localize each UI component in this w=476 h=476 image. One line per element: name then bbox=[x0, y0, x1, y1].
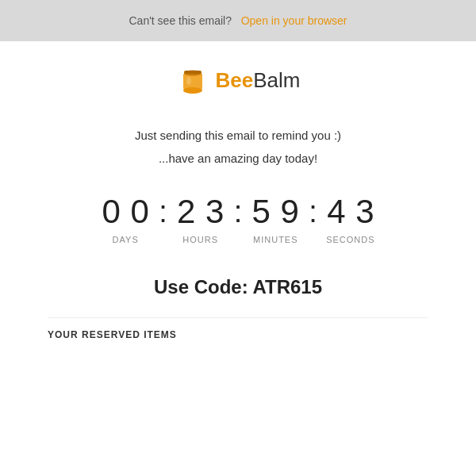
countdown-hours: 2 3 HOURS bbox=[175, 195, 226, 244]
hours-label: HOURS bbox=[182, 235, 218, 244]
minutes-digits: 5 9 bbox=[250, 195, 301, 228]
main-content: BeeBalm Just sending this email to remin… bbox=[0, 41, 476, 340]
svg-point-2 bbox=[183, 87, 202, 94]
colon-2: : bbox=[226, 197, 251, 227]
days-digits: 0 0 bbox=[100, 195, 151, 228]
days-label: DAYS bbox=[113, 235, 139, 244]
honey-jar-icon bbox=[176, 63, 209, 97]
message-section: Just sending this email to remind you :)… bbox=[48, 113, 428, 173]
reserved-section: YOUR RESERVED ITEMS bbox=[48, 317, 428, 340]
countdown-days: 0 0 DAYS bbox=[100, 195, 151, 244]
days-digit2: 0 bbox=[129, 195, 151, 228]
logo-text: BeeBalm bbox=[216, 68, 301, 93]
reserved-title: YOUR RESERVED ITEMS bbox=[48, 329, 428, 340]
days-digit1: 0 bbox=[100, 195, 122, 228]
open-in-browser-link[interactable]: Open in your browser bbox=[241, 14, 347, 27]
top-bar: Can't see this email? Open in your brows… bbox=[0, 0, 476, 41]
cant-see-text: Can't see this email? bbox=[129, 14, 232, 27]
colon-3: : bbox=[301, 197, 325, 227]
hours-digit1: 2 bbox=[175, 195, 198, 228]
countdown-seconds: 4 3 SECONDS bbox=[325, 195, 376, 244]
minutes-digit1: 5 bbox=[250, 195, 272, 228]
promo-code: Use Code: ATR615 bbox=[48, 276, 428, 298]
logo-bee: Bee bbox=[216, 68, 254, 92]
logo-section: BeeBalm bbox=[48, 41, 428, 113]
countdown-section: 0 0 DAYS : 2 3 HOURS : 5 9 MINUTES : bbox=[48, 173, 428, 260]
promo-section: Use Code: ATR615 bbox=[48, 260, 428, 317]
svg-rect-4 bbox=[184, 71, 202, 74]
message-line2: ...have an amazing day today! bbox=[48, 152, 428, 165]
seconds-label: SECONDS bbox=[326, 235, 374, 244]
seconds-digit2: 3 bbox=[354, 195, 376, 228]
seconds-digits: 4 3 bbox=[325, 195, 376, 228]
svg-point-5 bbox=[186, 77, 191, 85]
message-line1: Just sending this email to remind you :) bbox=[48, 129, 428, 142]
hours-digit2: 3 bbox=[204, 195, 226, 228]
seconds-digit1: 4 bbox=[325, 195, 347, 228]
minutes-label: MINUTES bbox=[253, 235, 298, 244]
logo-balm: Balm bbox=[253, 68, 300, 92]
colon-1: : bbox=[151, 197, 175, 227]
minutes-digit2: 9 bbox=[278, 195, 301, 228]
hours-digits: 2 3 bbox=[175, 195, 226, 228]
countdown-minutes: 5 9 MINUTES bbox=[250, 195, 301, 244]
